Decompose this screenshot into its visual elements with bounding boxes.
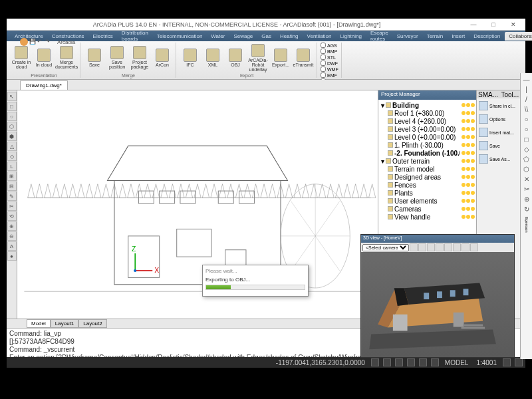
tree-node[interactable]: Level 3 (+0.00=0.00) (380, 125, 475, 133)
export-format-checkbox[interactable]: EMF (321, 72, 338, 78)
status-icon[interactable] (515, 358, 523, 366)
ribbon-tab[interactable]: Water (207, 32, 229, 41)
app-logo-icon[interactable] (20, 38, 28, 46)
ribbon-tab[interactable]: Ventilation (303, 32, 336, 41)
right-tool-button[interactable]: ⬠ (522, 154, 531, 164)
ribbon-tab[interactable]: Surveyor (393, 32, 422, 41)
tree-node[interactable]: View handle (380, 213, 475, 221)
qa-redo-icon[interactable]: ↷ (45, 39, 52, 45)
ribbon-button[interactable]: ArCon (152, 44, 173, 72)
ribbon-button[interactable]: OBJ (225, 44, 246, 72)
left-tool-button[interactable]: ○ (7, 112, 17, 121)
right-tool-button[interactable]: ↻ (522, 204, 531, 213)
ribbon-tab[interactable]: Gas (257, 32, 275, 41)
right-tool-button[interactable]: □ (522, 134, 531, 144)
left-tool-button[interactable]: ⬢ (7, 132, 17, 141)
view3d-tool-icon[interactable] (453, 243, 461, 251)
left-tool-button[interactable]: A (7, 241, 17, 251)
tree-node[interactable]: 1. Plinth (-30.00) (380, 141, 475, 149)
status-icon[interactable] (419, 358, 427, 366)
status-model[interactable]: MODEL (443, 359, 471, 366)
close-button[interactable]: ✕ (504, 20, 523, 29)
ribbon-tab[interactable]: Terrain (423, 32, 447, 41)
export-format-checkbox[interactable]: AGS (321, 43, 338, 48)
status-icon[interactable] (431, 358, 439, 366)
ribbon-tab[interactable]: Telecommunication (153, 32, 206, 41)
right-tool-button[interactable]: ○ (522, 124, 531, 134)
tree-node[interactable]: Plants (380, 189, 475, 197)
view3d-window[interactable]: 3D view - [HomeV] <Select camera> (360, 234, 515, 358)
ribbon-button[interactable]: Export... (270, 44, 291, 72)
ribbon-button[interactable]: Merge documents (56, 44, 77, 72)
status-icon[interactable] (407, 358, 415, 366)
minimize-button[interactable]: — (464, 20, 483, 29)
left-tool-button[interactable]: ✂ (7, 201, 17, 211)
right-tool-button[interactable]: ✂ (522, 184, 531, 194)
ribbon-button[interactable]: Project package (129, 44, 150, 72)
side-button[interactable]: Save (478, 140, 524, 152)
ribbon-tab[interactable]: Lightning (336, 32, 365, 41)
view3d-tool-icon[interactable] (444, 243, 452, 251)
tree-node[interactable]: User elements (380, 197, 475, 205)
ribbon-button[interactable]: Create in cloud (11, 44, 32, 72)
view3d-tool-icon[interactable] (418, 243, 426, 251)
tree-node[interactable]: Fences (380, 181, 475, 189)
maximize-button[interactable]: □ (484, 20, 503, 29)
ribbon-button[interactable]: In cloud (33, 44, 55, 72)
view3d-tool-icon[interactable] (436, 243, 444, 251)
status-icon[interactable] (371, 358, 379, 366)
export-format-checkbox[interactable]: WMF (321, 66, 338, 72)
ribbon-tab[interactable]: Heating (276, 32, 303, 41)
left-tool-button[interactable]: ⊕ (7, 221, 17, 231)
ribbon-tab[interactable]: Description (469, 32, 504, 41)
export-format-checkbox[interactable]: BMP (321, 49, 338, 54)
right-tool-button[interactable]: ⬡ (522, 164, 531, 174)
left-tool-button[interactable]: ● (7, 251, 17, 261)
tree-node[interactable]: Terrain model (380, 165, 475, 173)
ribbon-button[interactable]: IFC (180, 44, 201, 72)
ribbon-tab[interactable]: Insert (448, 32, 469, 41)
view3d-tool-icon[interactable] (470, 243, 478, 251)
ribbon-tab[interactable]: Collaboration (505, 32, 532, 41)
camera-select[interactable]: <Select camera> (362, 244, 409, 251)
tree-node[interactable]: Cameras (380, 205, 475, 213)
right-tool-button[interactable]: \\ (522, 104, 531, 114)
view3d-tool-icon[interactable] (410, 243, 418, 251)
ribbon-tab[interactable]: Electrics (89, 32, 117, 41)
status-scale[interactable]: 1:4001 (474, 359, 499, 366)
layout-tab[interactable]: Layout1 (51, 319, 78, 328)
ribbon-button[interactable]: XML (202, 44, 223, 72)
drawing-canvas[interactable]: X Z Please wait... Exporting to OBJ... (17, 90, 378, 319)
left-tool-button[interactable]: ⊞ (7, 172, 17, 181)
right-tool-button[interactable]: — (522, 74, 531, 84)
left-tool-button[interactable]: □ (7, 102, 17, 111)
export-format-checkbox[interactable]: STL (321, 55, 338, 60)
right-tool-button[interactable]: ✕ (522, 174, 531, 184)
left-tool-button[interactable]: ⟲ (7, 211, 17, 221)
qa-save-icon[interactable]: 💾 (29, 39, 36, 45)
layout-tab[interactable]: Model (27, 319, 51, 328)
view3d-tool-icon[interactable] (427, 243, 435, 251)
status-icon[interactable] (383, 358, 391, 366)
left-tool-button[interactable]: ⊟ (7, 182, 17, 191)
status-icon[interactable] (395, 358, 403, 366)
layout-tab[interactable]: Layout2 (78, 319, 106, 328)
ribbon-button[interactable]: ArCADia-Robót underlay (247, 44, 269, 72)
view3d-tool-icon[interactable] (462, 243, 469, 251)
status-icon[interactable] (503, 358, 511, 366)
left-tool-button[interactable]: ↖ (7, 92, 17, 101)
ribbon-button[interactable]: Save (84, 44, 105, 72)
tree-node[interactable]: -2. Foundation (-100.00) (380, 149, 475, 157)
side-button[interactable]: Share in cl... (478, 100, 524, 112)
left-tool-button[interactable]: ◇ (7, 152, 17, 161)
right-tool-button[interactable]: | (522, 84, 531, 94)
ribbon-tab[interactable]: Sewage (229, 32, 257, 41)
side-button[interactable]: Options (478, 113, 524, 125)
document-tab[interactable]: Drawing1.dwg* (20, 80, 68, 90)
right-tool-button[interactable]: ○ (522, 114, 531, 124)
ribbon-button[interactable]: eTransmit (293, 44, 314, 72)
right-tool-button[interactable]: ◇ (522, 144, 531, 154)
tree-node[interactable]: ▾Building (380, 101, 475, 109)
right-tool-button[interactable]: / (522, 94, 531, 104)
left-tool-button[interactable]: L (7, 162, 17, 171)
